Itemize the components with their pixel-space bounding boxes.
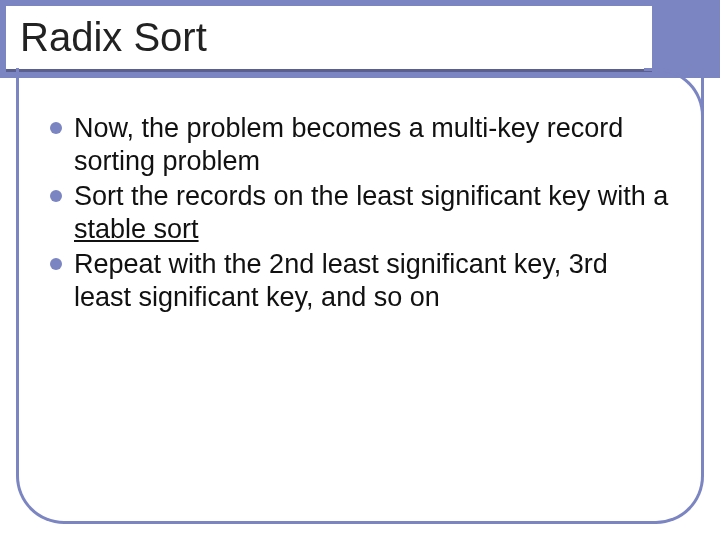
bullet-text-pre: Repeat with the 2nd least significant ke… [74,249,608,312]
body-content: Now, the problem becomes a multi-key rec… [50,112,670,316]
bullet-text-pre: Sort the records on the least significan… [74,181,668,211]
list-item: Sort the records on the least significan… [50,180,670,246]
bullet-text-pre: Now, the problem becomes a multi-key rec… [74,113,623,176]
bullet-icon [50,122,62,134]
title-box: Radix Sort [6,6,652,72]
list-item: Repeat with the 2nd least significant ke… [50,248,670,314]
list-item: Now, the problem becomes a multi-key rec… [50,112,670,178]
bullet-icon [50,190,62,202]
bullet-icon [50,258,62,270]
bullet-text-underline: stable sort [74,214,199,244]
slide-title: Radix Sort [20,15,207,60]
